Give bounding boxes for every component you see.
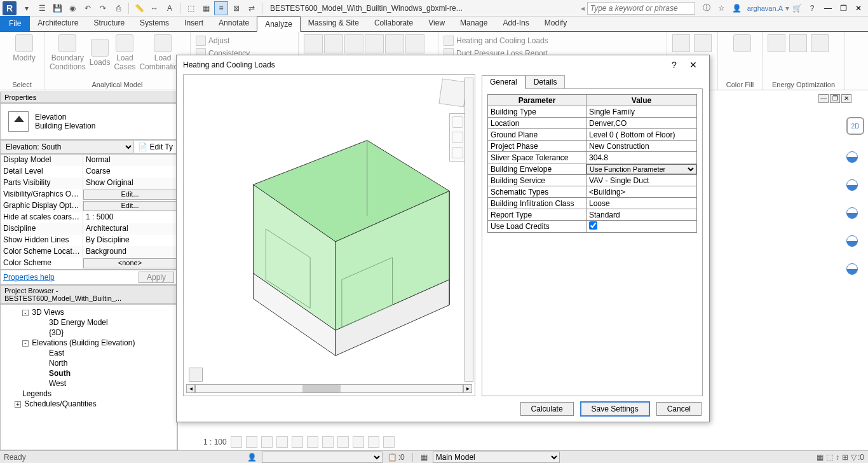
user-icon[interactable]: 👤 bbox=[730, 1, 744, 15]
sb-icon-4[interactable]: ⊞ bbox=[842, 453, 848, 462]
tab-insert[interactable]: Insert bbox=[177, 16, 211, 31]
param-value[interactable]: <Building> bbox=[587, 186, 697, 198]
param-value[interactable] bbox=[587, 221, 697, 233]
param-value[interactable]: Loose bbox=[587, 198, 697, 209]
tab-manage[interactable]: Manage bbox=[452, 16, 495, 31]
adjust-button[interactable]: Adjust bbox=[196, 34, 293, 47]
sb-icon-2[interactable]: ⬚ bbox=[826, 453, 833, 462]
param-value[interactable]: Single Family bbox=[587, 106, 697, 118]
load-cases-button[interactable]: Load Cases bbox=[114, 34, 135, 72]
tree-item[interactable]: Legends bbox=[3, 389, 174, 399]
prop-row[interactable]: Detail LevelCoarse bbox=[1, 166, 177, 177]
tree-item[interactable]: East bbox=[3, 348, 174, 358]
workset-selector[interactable] bbox=[262, 452, 383, 463]
tab-add-ins[interactable]: Add-Ins bbox=[495, 16, 536, 31]
energy-icon-2[interactable] bbox=[789, 34, 807, 52]
instance-selector[interactable]: Elevation: South bbox=[1, 141, 133, 153]
crop-show-icon[interactable] bbox=[337, 436, 349, 448]
shadow-icon[interactable] bbox=[292, 436, 303, 448]
constraint-icon[interactable] bbox=[383, 436, 395, 448]
zones-icon[interactable] bbox=[324, 34, 343, 53]
edit-type-button[interactable]: 📄 Edit Ty bbox=[133, 141, 177, 153]
nav-circle-5[interactable] bbox=[846, 263, 858, 275]
param-row[interactable]: Sliver Space Tolerance304.8 bbox=[488, 152, 697, 163]
prop-value[interactable]: Background bbox=[83, 246, 177, 258]
tree-item[interactable]: - Elevations (Building Elevation) bbox=[3, 338, 174, 348]
param-row[interactable]: Building TypeSingle Family bbox=[488, 106, 697, 118]
prop-row[interactable]: Color Scheme<none> bbox=[1, 258, 177, 269]
visual-style-icon[interactable] bbox=[261, 436, 273, 448]
text-icon[interactable]: A bbox=[163, 1, 177, 15]
tree-item[interactable]: - 3D Views bbox=[3, 307, 174, 317]
preview-mode-button[interactable] bbox=[189, 368, 203, 382]
tab-annotate[interactable]: Annotate bbox=[211, 16, 257, 31]
dialog-close-button[interactable]: ✕ bbox=[684, 60, 703, 70]
calculate-button[interactable]: Calculate bbox=[520, 402, 574, 416]
render-icon[interactable] bbox=[307, 436, 318, 448]
scale-list-icon[interactable] bbox=[231, 436, 242, 448]
nav-circle-3[interactable] bbox=[846, 207, 858, 219]
scroll-left-icon[interactable]: ◂ bbox=[186, 384, 195, 393]
status-model-icon[interactable]: 👤 bbox=[247, 453, 257, 462]
tree-expander-icon[interactable]: - bbox=[22, 310, 29, 316]
tab-massing-site[interactable]: Massing & Site bbox=[301, 16, 367, 31]
param-value[interactable]: Use Function Parameter bbox=[587, 163, 697, 175]
close-views-icon[interactable]: ⊠ bbox=[229, 1, 243, 15]
folder-icon[interactable]: ☰ bbox=[35, 1, 49, 15]
param-row[interactable]: Building EnvelopeUse Function Parameter bbox=[488, 163, 697, 175]
tab-architecture[interactable]: Architecture bbox=[30, 16, 86, 31]
star-icon[interactable]: ☆ bbox=[715, 1, 729, 15]
editable-icon[interactable]: ▦ bbox=[421, 453, 428, 462]
dialog-help-button[interactable]: ? bbox=[665, 60, 684, 70]
info-icon[interactable]: ⓘ bbox=[700, 1, 714, 15]
param-row[interactable]: Report TypeStandard bbox=[488, 209, 697, 221]
grid-icon[interactable] bbox=[365, 34, 384, 53]
view-min-button[interactable]: — bbox=[818, 94, 829, 103]
prop-value[interactable]: 1 : 5000 bbox=[83, 212, 177, 223]
param-value[interactable]: 304.8 bbox=[587, 152, 697, 163]
param-value[interactable]: Denver,CO bbox=[587, 118, 697, 129]
sync-icon[interactable]: ◉ bbox=[65, 1, 79, 15]
prop-row[interactable]: DisciplineArchitectural bbox=[1, 223, 177, 235]
redo-icon[interactable]: ↷ bbox=[96, 1, 110, 15]
scroll-right-icon[interactable]: ▸ bbox=[463, 384, 472, 393]
nav-circle-1[interactable] bbox=[846, 151, 858, 163]
file-tab[interactable]: File bbox=[0, 16, 30, 31]
area-icon[interactable] bbox=[385, 34, 404, 53]
prop-row[interactable]: Display ModelNormal bbox=[1, 155, 177, 166]
tree-item[interactable]: {3D} bbox=[3, 328, 174, 338]
param-value[interactable]: Level 0 ( Bottom of Floor) bbox=[587, 129, 697, 141]
tree-expander-icon[interactable]: - bbox=[22, 340, 29, 347]
search-input[interactable] bbox=[587, 2, 695, 15]
param-row[interactable]: Use Load Credits bbox=[488, 221, 697, 233]
measure-icon[interactable]: 📏 bbox=[132, 1, 146, 15]
hide-icon[interactable] bbox=[353, 436, 364, 448]
properties-help-link[interactable]: Properties help bbox=[3, 273, 55, 282]
cart-icon[interactable]: 🛒 bbox=[790, 1, 804, 15]
print-icon[interactable]: ⎙ bbox=[111, 1, 125, 15]
param-checkbox[interactable] bbox=[589, 221, 597, 230]
reveal-icon[interactable] bbox=[368, 436, 379, 448]
tree-item[interactable]: North bbox=[3, 358, 174, 368]
nav-circle-2[interactable] bbox=[846, 179, 858, 191]
help-icon[interactable]: ? bbox=[805, 1, 819, 15]
prop-row[interactable]: Visibility/Graphics Ov...Edit... bbox=[1, 189, 177, 200]
sb-icon-3[interactable]: ↕ bbox=[836, 453, 839, 462]
prop-edit-button[interactable]: Edit... bbox=[83, 201, 177, 211]
project-browser[interactable]: - 3D Views 3D Energy Model {3D}- Elevati… bbox=[0, 304, 177, 450]
tree-item[interactable]: + Schedules/Quantities bbox=[3, 399, 174, 409]
check-icon-2[interactable] bbox=[694, 34, 712, 52]
tree-item[interactable]: West bbox=[3, 378, 174, 389]
box-icon[interactable]: ⬚ bbox=[184, 1, 198, 15]
dimension-icon[interactable]: ↔ bbox=[147, 1, 161, 15]
color-fill-button[interactable] bbox=[723, 34, 761, 53]
view-close-button[interactable]: ✕ bbox=[841, 94, 851, 103]
search-box[interactable]: ◂ bbox=[581, 2, 695, 15]
detail-icon[interactable] bbox=[246, 436, 257, 448]
sb-icon-1[interactable]: ▦ bbox=[817, 453, 824, 462]
prop-edit-button[interactable]: <none> bbox=[83, 258, 177, 268]
prop-row[interactable]: Show Hidden LinesBy Discipline bbox=[1, 235, 177, 246]
param-dropdown[interactable]: Use Function Parameter bbox=[587, 164, 696, 174]
heating-cooling-button[interactable]: Heating and Cooling Loads bbox=[444, 34, 661, 47]
boundary-button[interactable]: Boundary Conditions bbox=[50, 34, 86, 72]
